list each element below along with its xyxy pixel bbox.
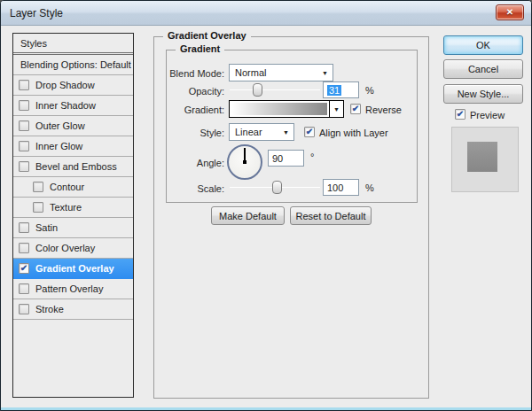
scale-value: 100 <box>327 182 343 193</box>
gradient-overlay-checkbox[interactable]: ✔ <box>19 263 29 274</box>
angle-unit: ° <box>310 151 314 162</box>
dialog-content: Styles Blending Options: DefaultDrop Sha… <box>1 26 531 410</box>
window-title: Layer Style <box>10 7 63 19</box>
blend-mode-select[interactable]: Normal ▼ <box>229 64 333 81</box>
sidebar-item-label: Bevel and Emboss <box>35 161 117 172</box>
gradient-dropdown-button[interactable]: ▼ <box>329 101 343 117</box>
sidebar-item-label: Blending Options: Default <box>20 59 131 70</box>
opacity-unit: % <box>365 85 374 96</box>
contour-checkbox[interactable] <box>33 182 43 192</box>
styles-list-items: Blending Options: DefaultDrop ShadowInne… <box>13 55 133 320</box>
sidebar-item-gradient-overlay[interactable]: ✔Gradient Overlay <box>13 259 133 279</box>
scale-slider-thumb[interactable] <box>272 181 282 194</box>
scale-input[interactable]: 100 <box>323 179 359 196</box>
window-bottom-edge <box>1 407 531 410</box>
opacity-slider-thumb[interactable] <box>253 83 262 97</box>
scale-label: Scale: <box>160 183 224 194</box>
close-icon: ✕ <box>506 7 513 17</box>
blend-mode-value: Normal <box>235 67 266 78</box>
sidebar-item-label: Inner Shadow <box>35 100 96 111</box>
sidebar-item-label: Outer Glow <box>35 120 85 131</box>
color-overlay-checkbox[interactable] <box>19 243 29 253</box>
layer-style-dialog: Layer Style ✕ Styles Blending Options: D… <box>0 0 532 411</box>
align-with-layer-label: Align with Layer <box>319 128 388 138</box>
outer-glow-checkbox[interactable] <box>19 120 29 131</box>
sidebar-item-stroke[interactable]: Stroke <box>13 299 133 320</box>
bevel-and-emboss-checkbox[interactable] <box>19 161 29 172</box>
gradient-overlay-group-title: Gradient Overlay <box>163 30 251 41</box>
sidebar-item-label: Inner Glow <box>35 141 82 151</box>
gradient-picker[interactable]: ▼ <box>229 100 344 118</box>
opacity-slider-track <box>230 89 320 90</box>
reverse-checkbox[interactable]: ✔ <box>350 104 361 114</box>
styles-list: Styles Blending Options: DefaultDrop Sha… <box>12 33 134 398</box>
sidebar-item-texture[interactable]: Texture <box>13 198 133 218</box>
sidebar-item-drop-shadow[interactable]: Drop Shadow <box>13 75 133 96</box>
make-default-button[interactable]: Make Default <box>211 206 285 225</box>
angle-dial-center <box>243 160 246 164</box>
style-value: Linear <box>235 127 262 137</box>
opacity-slider[interactable] <box>230 82 320 98</box>
scale-unit: % <box>365 182 374 193</box>
styles-list-header[interactable]: Styles <box>13 34 133 53</box>
sidebar-item-label: Gradient Overlay <box>35 263 114 274</box>
reverse-label: Reverse <box>365 105 402 115</box>
sidebar-item-contour[interactable]: Contour <box>13 177 133 198</box>
drop-shadow-checkbox[interactable] <box>19 80 29 90</box>
gradient-label: Gradient: <box>160 105 224 115</box>
sidebar-item-bevel-and-emboss[interactable]: Bevel and Emboss <box>13 157 133 177</box>
chevron-down-icon: ▼ <box>283 129 289 136</box>
sidebar-item-label: Pattern Overlay <box>35 283 103 294</box>
reset-to-default-button[interactable]: Reset to Default <box>290 206 372 225</box>
angle-label: Angle: <box>160 158 224 168</box>
preview-checkbox[interactable]: ✔ <box>455 109 466 120</box>
sidebar-item-pattern-overlay[interactable]: Pattern Overlay <box>13 279 133 299</box>
sidebar-item-blending-options-default[interactable]: Blending Options: Default <box>13 55 133 75</box>
sidebar-item-satin[interactable]: Satin <box>13 218 133 238</box>
sidebar-item-label: Texture <box>50 202 82 213</box>
texture-checkbox[interactable] <box>33 202 43 213</box>
opacity-value: 31 <box>327 85 341 96</box>
angle-input[interactable]: 90 <box>268 150 304 167</box>
angle-dial[interactable] <box>227 144 262 180</box>
close-button[interactable]: ✕ <box>496 4 524 20</box>
sidebar-item-label: Satin <box>35 222 58 233</box>
inner-glow-checkbox[interactable] <box>19 141 29 151</box>
opacity-label: Opacity: <box>160 86 224 97</box>
pattern-overlay-checkbox[interactable] <box>19 283 29 294</box>
new-style-button[interactable]: New Style... <box>443 84 523 104</box>
inner-shadow-checkbox[interactable] <box>19 100 29 111</box>
stroke-checkbox[interactable] <box>19 304 29 314</box>
preview-thumbnail-layer <box>467 142 497 172</box>
sidebar-item-inner-glow[interactable]: Inner Glow <box>13 136 133 157</box>
scale-slider[interactable] <box>230 180 320 196</box>
gradient-group-title: Gradient <box>176 43 224 54</box>
ok-button[interactable]: OK <box>443 35 523 55</box>
align-with-layer-checkbox[interactable]: ✔ <box>304 127 315 137</box>
preview-label: Preview <box>470 110 505 120</box>
sidebar-item-label: Stroke <box>35 304 64 314</box>
sidebar-item-label: Color Overlay <box>35 243 95 253</box>
angle-value: 90 <box>272 153 283 164</box>
cancel-button[interactable]: Cancel <box>443 59 523 79</box>
gradient-swatch[interactable] <box>231 103 327 115</box>
sidebar-item-label: Contour <box>50 182 84 192</box>
chevron-down-icon: ▼ <box>322 70 328 76</box>
style-select[interactable]: Linear ▼ <box>229 123 294 141</box>
preview-thumbnail <box>451 127 519 192</box>
blend-mode-label: Blend Mode: <box>160 68 224 79</box>
style-label: Style: <box>160 128 224 138</box>
sidebar-item-outer-glow[interactable]: Outer Glow <box>13 116 133 136</box>
sidebar-item-color-overlay[interactable]: Color Overlay <box>13 238 133 259</box>
sidebar-item-label: Drop Shadow <box>35 80 95 90</box>
titlebar[interactable]: Layer Style ✕ <box>1 1 531 26</box>
sidebar-item-inner-shadow[interactable]: Inner Shadow <box>13 96 133 116</box>
satin-checkbox[interactable] <box>19 222 29 233</box>
opacity-input[interactable]: 31 <box>323 81 359 98</box>
chevron-down-icon: ▼ <box>333 106 340 112</box>
